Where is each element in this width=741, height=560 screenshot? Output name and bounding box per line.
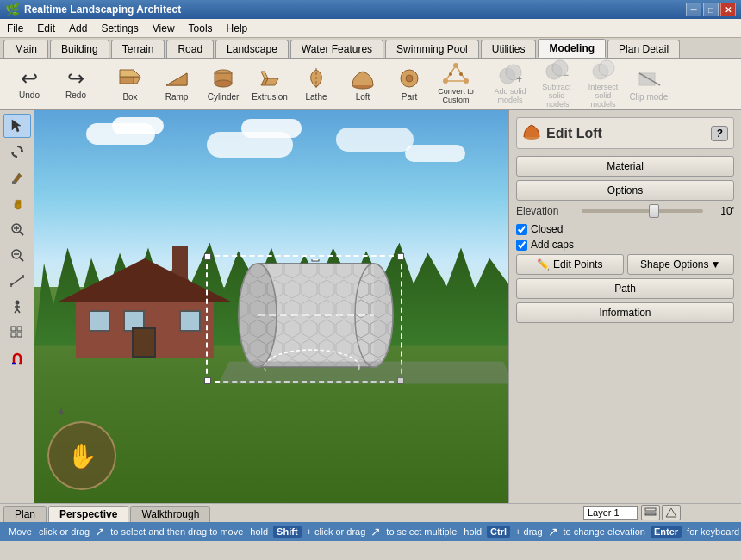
select-tool[interactable] xyxy=(3,114,31,138)
menu-edit[interactable]: Edit xyxy=(30,21,62,36)
svg-marker-73 xyxy=(666,508,676,517)
magnet-tool[interactable] xyxy=(3,346,31,370)
shape-options-button[interactable]: Shape Options ▼ xyxy=(627,254,735,275)
ramp-button[interactable]: Ramp xyxy=(154,60,199,107)
paint-tool[interactable] xyxy=(3,165,31,190)
tab-water-features[interactable]: Water Features xyxy=(290,40,383,58)
svg-point-20 xyxy=(459,72,463,76)
add-caps-checkbox[interactable] xyxy=(516,240,527,251)
svg-point-7 xyxy=(215,80,232,87)
tab-landscape[interactable]: Landscape xyxy=(215,40,289,58)
help-button[interactable]: ? xyxy=(711,126,728,141)
redo-button[interactable]: ↪ Redo xyxy=(53,60,98,107)
separator1 xyxy=(103,65,103,103)
tab-road[interactable]: Road xyxy=(166,40,214,58)
minimize-button[interactable]: ─ xyxy=(686,3,701,16)
closed-label: Closed xyxy=(531,223,563,235)
status-hold2: hold xyxy=(460,526,485,537)
viewport[interactable]: ✋ ▲ xyxy=(34,110,508,503)
tab-terrain[interactable]: Terrain xyxy=(111,40,165,58)
navigation-compass: ✋ xyxy=(47,421,116,490)
closed-checkbox[interactable] xyxy=(516,224,527,235)
extrusion-button[interactable]: Extrusion xyxy=(247,60,292,107)
svg-rect-48 xyxy=(17,327,22,331)
view-tab-walkthrough[interactable]: Walkthrough xyxy=(130,506,210,522)
edit-points-icon: ✏️ xyxy=(537,258,550,271)
part-icon xyxy=(395,66,423,90)
tab-building[interactable]: Building xyxy=(50,40,109,58)
convert-label: Convert to Custom xyxy=(434,88,477,105)
part-button[interactable]: Part xyxy=(387,60,432,107)
nav-arrow-indicator: ▲ xyxy=(56,405,66,417)
statusbar: Move click or drag ↗ to select and then … xyxy=(0,522,741,541)
shape-options-label: Shape Options xyxy=(640,258,708,271)
zoom-tool[interactable] xyxy=(3,217,31,241)
clip-model-button[interactable]: Clip model xyxy=(627,60,672,107)
ramp-icon xyxy=(163,66,190,90)
options-button[interactable]: Options xyxy=(516,180,734,201)
layer-dropdown[interactable]: Layer 1 xyxy=(583,506,638,520)
tab-modeling[interactable]: Modeling xyxy=(538,39,606,58)
nav-hand-icon: ✋ xyxy=(67,442,97,470)
rotate-tool[interactable] xyxy=(3,140,31,164)
path-button[interactable]: Path xyxy=(516,278,734,299)
menu-tools[interactable]: Tools xyxy=(182,21,220,36)
cursor-icon3: ↗ xyxy=(548,525,558,538)
information-button[interactable]: Information xyxy=(516,302,734,323)
convert-to-custom-button[interactable]: Convert to Custom xyxy=(433,60,478,107)
svg-point-14 xyxy=(406,75,413,82)
intersect-solid-button[interactable]: Intersect solid models xyxy=(581,60,626,107)
box-label: Box xyxy=(122,92,137,102)
house-window3 xyxy=(179,310,201,332)
svg-line-41 xyxy=(20,258,23,261)
grid-tool[interactable] xyxy=(3,320,31,345)
right-panel: Edit Loft ? Material Options Elevation 1… xyxy=(508,110,741,503)
tab-plan-detail[interactable]: Plan Detail xyxy=(607,40,680,58)
tab-swimming-pool[interactable]: Swimming Pool xyxy=(385,40,479,58)
zoom-fit-tool[interactable] xyxy=(3,243,31,267)
elevation-slider[interactable] xyxy=(582,204,703,218)
add-solid-button[interactable]: + Add solid models xyxy=(488,60,532,107)
loft-button[interactable]: Loft xyxy=(340,60,385,107)
slider-thumb[interactable] xyxy=(649,204,659,218)
cylinder-label: Cylinder xyxy=(208,92,240,102)
subtract-solid-button[interactable]: − Subtract solid models xyxy=(534,60,579,107)
view-tab-perspective[interactable]: Perspective xyxy=(48,506,128,522)
clip-model-icon xyxy=(636,66,663,90)
measure-tool[interactable] xyxy=(3,269,31,293)
material-button[interactable]: Material xyxy=(516,156,734,177)
walk-tool[interactable] xyxy=(3,295,31,319)
undo-label: Undo xyxy=(19,90,40,100)
tab-main[interactable]: Main xyxy=(3,40,48,58)
cloud6 xyxy=(405,145,465,162)
layer-icon-btn2[interactable] xyxy=(662,505,681,520)
layer-icon-btn1[interactable] xyxy=(641,505,660,520)
separator2 xyxy=(483,65,483,103)
menu-settings[interactable]: Settings xyxy=(94,21,145,36)
box-icon xyxy=(116,66,144,90)
undo-button[interactable]: ↩ Undo xyxy=(7,60,52,107)
cylinder-button[interactable]: Cylinder xyxy=(201,60,246,107)
close-button[interactable]: ✕ xyxy=(720,3,736,16)
house-door xyxy=(132,327,156,358)
hand-tool[interactable] xyxy=(3,191,31,215)
convert-icon xyxy=(442,62,470,86)
lathe-button[interactable]: Lathe xyxy=(294,60,339,107)
svg-line-43 xyxy=(11,277,23,285)
menu-file[interactable]: File xyxy=(0,21,30,36)
maximize-button[interactable]: □ xyxy=(703,3,719,16)
menu-view[interactable]: View xyxy=(146,21,182,36)
part-label: Part xyxy=(402,92,417,102)
box-button[interactable]: Box xyxy=(108,60,153,107)
add-solid-label: Add solid models xyxy=(489,88,532,105)
svg-marker-10 xyxy=(261,72,268,78)
menu-help[interactable]: Help xyxy=(220,21,255,36)
cylinder-icon xyxy=(209,66,237,90)
dropdown-arrow-icon: ▼ xyxy=(711,258,721,271)
svg-text:−: − xyxy=(563,69,569,81)
edit-points-button[interactable]: ✏️ Edit Points xyxy=(516,254,624,275)
view-tab-plan[interactable]: Plan xyxy=(3,506,47,522)
menu-add[interactable]: Add xyxy=(62,21,94,36)
road xyxy=(219,362,508,384)
tab-utilities[interactable]: Utilities xyxy=(481,40,537,58)
